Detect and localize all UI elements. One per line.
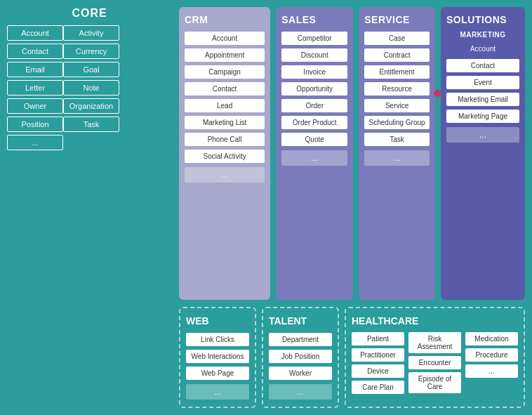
sales-btn-invoice[interactable]: Invoice (281, 65, 347, 79)
crm-btn-marketing-list[interactable]: Marketing List (185, 116, 265, 129)
connector-dot (434, 90, 441, 97)
hc-btn-encounter[interactable]: Encounter (408, 356, 461, 369)
sales-btn-opportunity[interactable]: Opportunity (281, 82, 347, 95)
crm-title: CRM (185, 14, 265, 25)
right-content: CRM AccountAppointmentCampaignContactLea… (179, 7, 525, 408)
core-btn-owner[interactable]: Owner (7, 98, 63, 114)
service-card: SERVICE CaseContractEntitlementResourceS… (359, 7, 435, 300)
core-btn-organization[interactable]: Organization (63, 98, 119, 114)
core-btn-goal[interactable]: Goal (63, 62, 119, 77)
core-title: CORE (72, 7, 107, 20)
hc-col2: Risk AssesmentEncounterEpisode of Care (408, 332, 461, 394)
solutions-btn-event[interactable]: Event (446, 76, 519, 89)
core-btn-letter[interactable]: Letter (7, 80, 63, 95)
web-card: WEB Link ClicksWeb InteractionsWeb Page.… (179, 307, 256, 408)
service-title: SERVICE (364, 14, 430, 25)
hc-btn-...[interactable]: ... (465, 364, 518, 378)
solutions-btn-marketing-page[interactable]: Marketing Page (446, 110, 519, 123)
web-btn-...[interactable]: ... (186, 384, 249, 400)
solutions-btn-contact[interactable]: Contact (446, 59, 519, 72)
web-btn-link-clicks[interactable]: Link Clicks (186, 333, 249, 346)
core-btn-...[interactable]: ... (7, 135, 63, 150)
solutions-btn-...[interactable]: ... (446, 127, 519, 143)
solutions-btn-marketing-email[interactable]: Marketing Email (446, 93, 519, 106)
healthcare-title: HEALTHCARE (352, 315, 518, 327)
core-btn-account[interactable]: Account (7, 25, 63, 41)
sales-btn-...[interactable]: ... (281, 150, 347, 166)
service-btn-service[interactable]: Service (364, 99, 430, 112)
service-btn-scheduling-group[interactable]: Scheduling Group (364, 116, 430, 129)
core-btn-task[interactable]: Task (63, 117, 119, 132)
crm-btn-account[interactable]: Account (185, 32, 265, 45)
core-btn-note[interactable]: Note (63, 80, 119, 95)
hc-btn-procedure[interactable]: Procedure (465, 348, 518, 362)
core-btn-activity[interactable]: Activity (63, 25, 119, 41)
crm-card: CRM AccountAppointmentCampaignContactLea… (179, 7, 270, 300)
web-title: WEB (186, 315, 249, 327)
core-section: CORE AccountActivityContactCurrencyEmail… (7, 7, 172, 408)
hc-col3: MedicationProcedure... (465, 332, 518, 394)
service-btn-resource[interactable]: Resource (364, 82, 430, 95)
crm-btn-social-activity[interactable]: Social Activity (185, 150, 265, 163)
hc-btn-device[interactable]: Device (352, 364, 404, 378)
talent-card: TALENT DepartmentJob PositionWorker... (262, 307, 339, 408)
service-btn-contract[interactable]: Contract (364, 48, 430, 62)
crm-btn-...[interactable]: ... (185, 167, 265, 183)
crm-btn-phone-call[interactable]: Phone Call (185, 133, 265, 146)
talent-btn-...[interactable]: ... (269, 384, 332, 400)
sales-card: SALES CompetitorDiscountInvoiceOpportuni… (276, 7, 353, 300)
hc-btn-episode-of-care[interactable]: Episode of Care (408, 372, 461, 393)
service-btn-...[interactable]: ... (364, 150, 430, 166)
talent-btn-worker[interactable]: Worker (269, 367, 332, 380)
core-btn-position[interactable]: Position (7, 117, 63, 132)
solutions-btn-account[interactable]: Account (446, 42, 519, 55)
service-btn-task[interactable]: Task (364, 133, 430, 146)
web-btn-web-interactions[interactable]: Web Interactions (186, 350, 249, 363)
healthcare-card: HEALTHCARE PatientPractitionerDeviceCare… (345, 307, 525, 408)
top-row: CRM AccountAppointmentCampaignContactLea… (179, 7, 525, 300)
service-btn-entitlement[interactable]: Entitlement (364, 65, 430, 79)
sales-btn-discount[interactable]: Discount (281, 48, 347, 62)
sales-btn-order[interactable]: Order (281, 99, 347, 112)
sales-btn-competitor[interactable]: Competitor (281, 32, 347, 45)
core-btn-contact[interactable]: Contact (7, 44, 63, 59)
web-btn-web-page[interactable]: Web Page (186, 367, 249, 380)
bottom-row: WEB Link ClicksWeb InteractionsWeb Page.… (179, 307, 525, 408)
crm-btn-appointment[interactable]: Appointment (185, 48, 265, 62)
hc-col1: PatientPractitionerDeviceCare Plan (352, 332, 404, 394)
hc-btn-medication[interactable]: Medication (465, 332, 518, 345)
hc-btn-care-plan[interactable]: Care Plan (352, 381, 404, 394)
core-btn-currency[interactable]: Currency (63, 44, 119, 59)
core-btn-email[interactable]: Email (7, 62, 63, 77)
talent-btn-job-position[interactable]: Job Position (269, 350, 332, 363)
healthcare-grid: PatientPractitionerDeviceCare Plan Risk … (352, 332, 518, 394)
crm-btn-campaign[interactable]: Campaign (185, 65, 265, 79)
talent-title: TALENT (269, 315, 332, 327)
solutions-card: SOLUTIONS MARKETING AccountContactEventM… (441, 7, 525, 300)
solutions-sub: MARKETING (446, 31, 519, 39)
solutions-title: SOLUTIONS (446, 14, 519, 25)
sales-btn-quote[interactable]: Quote (281, 133, 347, 146)
sales-title: SALES (281, 14, 347, 25)
hc-btn-patient[interactable]: Patient (352, 332, 404, 345)
hc-btn-practitioner[interactable]: Practitioner (352, 348, 404, 362)
crm-btn-lead[interactable]: Lead (185, 99, 265, 112)
hc-btn-risk-assesment[interactable]: Risk Assesment (408, 332, 461, 353)
crm-btn-contact[interactable]: Contact (185, 82, 265, 95)
service-btn-case[interactable]: Case (364, 32, 430, 45)
talent-btn-department[interactable]: Department (269, 333, 332, 346)
sales-btn-order-product[interactable]: Order Product (281, 116, 347, 129)
